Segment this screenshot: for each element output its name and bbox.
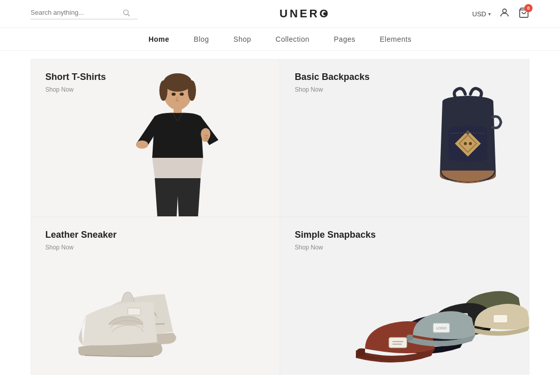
- search-input[interactable]: [31, 9, 122, 16]
- user-icon: [499, 7, 510, 18]
- logo-o: RO: [309, 7, 330, 20]
- svg-point-10: [172, 93, 176, 96]
- svg-point-0: [124, 10, 128, 14]
- user-icon-wrap[interactable]: [499, 7, 510, 20]
- header: UNERO USD ▾ 0: [0, 0, 560, 27]
- nav-item-pages[interactable]: Pages: [334, 35, 355, 43]
- product-card-sneaker[interactable]: Leather Sneaker Shop Now: [31, 217, 280, 375]
- product-card-tshirt[interactable]: Short T-Shirts Shop Now: [31, 59, 280, 217]
- svg-rect-12: [204, 135, 208, 136]
- currency-label: USD: [472, 10, 486, 18]
- tshirt-info: Short T-Shirts Shop Now: [45, 72, 106, 94]
- chevron-down-icon: ▾: [488, 11, 491, 17]
- snapback-title: Simple Snapbacks: [295, 230, 376, 240]
- backpack-title: Basic Backpacks: [295, 72, 370, 82]
- header-actions: USD ▾ 0: [472, 7, 529, 20]
- svg-point-18: [469, 142, 472, 145]
- search-area: [31, 9, 137, 19]
- main-nav: Home Blog Shop Collection Pages Elements: [0, 27, 560, 51]
- svg-point-19: [466, 131, 469, 134]
- nav-item-shop[interactable]: Shop: [234, 35, 251, 43]
- nav-item-elements[interactable]: Elements: [380, 35, 411, 43]
- svg-point-9: [136, 141, 148, 149]
- snapback-shop-now[interactable]: Shop Now: [295, 244, 323, 251]
- logo[interactable]: UNERO: [279, 7, 330, 20]
- svg-point-17: [464, 142, 467, 145]
- svg-point-6: [159, 80, 167, 101]
- tshirt-shop-now[interactable]: Shop Now: [45, 86, 73, 93]
- backpack-image: [417, 87, 519, 209]
- nav-item-collection[interactable]: Collection: [275, 35, 309, 43]
- svg-rect-14: [204, 140, 208, 142]
- sneaker-image: [77, 275, 219, 361]
- sneaker-info: Leather Sneaker Shop Now: [45, 230, 117, 251]
- snapbacks-image: LOGO: [325, 252, 529, 369]
- svg-text:LOGO: LOGO: [436, 326, 447, 330]
- tshirt-model-image: [122, 71, 234, 216]
- nav-item-home[interactable]: Home: [149, 35, 170, 43]
- backpack-info: Basic Backpacks Shop Now: [295, 72, 370, 94]
- product-card-snapback[interactable]: Simple Snapbacks Shop Now: [280, 217, 529, 375]
- svg-rect-25: [389, 338, 407, 348]
- search-icon[interactable]: [122, 9, 130, 17]
- svg-line-1: [128, 14, 130, 16]
- backpack-shop-now[interactable]: Shop Now: [295, 86, 323, 93]
- sneaker-title: Leather Sneaker: [45, 230, 117, 240]
- nav-item-blog[interactable]: Blog: [194, 35, 209, 43]
- svg-point-2: [502, 9, 506, 13]
- sneaker-shop-now[interactable]: Shop Now: [45, 244, 73, 251]
- cart-icon-wrap[interactable]: 0: [518, 7, 529, 20]
- svg-point-5: [163, 73, 192, 92]
- svg-point-11: [180, 93, 184, 96]
- svg-point-7: [188, 80, 196, 101]
- tshirt-title: Short T-Shirts: [45, 72, 106, 82]
- snapback-info: Simple Snapbacks Shop Now: [295, 230, 376, 251]
- svg-rect-24: [493, 315, 508, 323]
- svg-rect-13: [204, 137, 208, 139]
- logo-text: UNE: [279, 7, 309, 20]
- currency-selector[interactable]: USD ▾: [472, 10, 491, 18]
- svg-rect-20: [128, 308, 141, 315]
- product-card-backpack[interactable]: Basic Backpacks Shop Now: [280, 59, 529, 217]
- product-grid: Short T-Shirts Shop Now: [31, 59, 529, 375]
- cart-badge: 0: [524, 4, 533, 12]
